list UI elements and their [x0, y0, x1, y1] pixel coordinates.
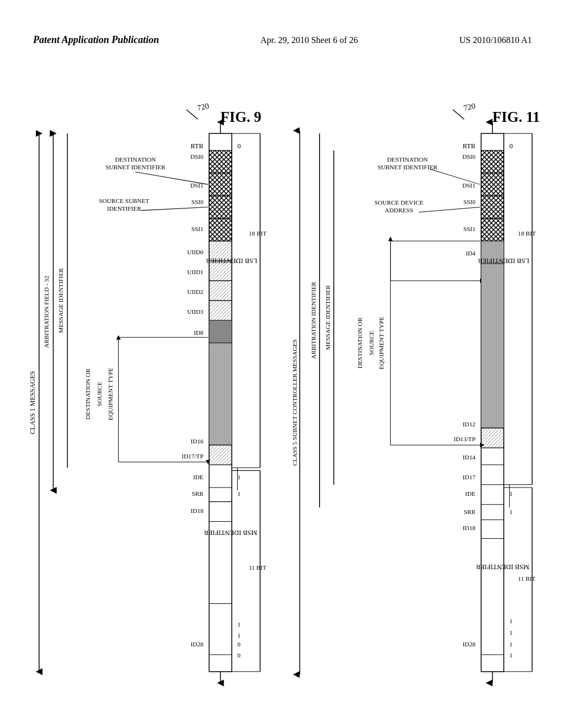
svg-rect-83: [481, 151, 504, 173]
svg-text:DESTINATION OR: DESTINATION OR: [84, 368, 91, 420]
svg-text:ID28: ID28: [191, 641, 204, 647]
svg-line-56: [135, 172, 207, 185]
svg-rect-104: [481, 428, 504, 448]
svg-rect-86: [481, 173, 504, 196]
svg-text:DSI1: DSI1: [462, 182, 475, 189]
svg-rect-7: [209, 173, 232, 196]
svg-rect-13: [209, 218, 232, 241]
svg-text:UIID1: UIID1: [187, 269, 203, 275]
fig9-message-id: MESSAGE IDENTIFIER: [57, 268, 64, 333]
svg-text:1: 1: [237, 632, 241, 639]
diagrams-container: 720 FIG. 9 RTR 0 DSI0 DSI1 SSI0 S: [22, 94, 543, 717]
svg-text:EQUIPMENT TYPE: EQUIPMENT TYPE: [107, 367, 114, 420]
svg-text:1: 1: [237, 621, 241, 628]
svg-text:UIID0: UIID0: [187, 249, 204, 255]
svg-text:DESTINATION: DESTINATION: [387, 156, 428, 163]
fig11-lsb: LSB IDENTIFIER: [477, 257, 529, 265]
svg-text:1: 1: [509, 652, 513, 659]
svg-text:11 BIT: 11 BIT: [249, 564, 266, 571]
svg-text:SRR: SRR: [463, 508, 476, 515]
svg-line-134: [419, 207, 480, 212]
svg-text:SOURCE SUBNET: SOURCE SUBNET: [99, 197, 149, 204]
page: Patent Application Publication Apr. 29, …: [0, 0, 565, 728]
svg-text:1: 1: [509, 508, 513, 515]
fig9-title: FIG. 9: [221, 109, 262, 125]
header: Patent Application Publication Apr. 29, …: [0, 33, 565, 47]
svg-text:SSI0: SSI0: [191, 199, 204, 205]
svg-text:ID4: ID4: [466, 250, 476, 256]
svg-rect-31: [209, 343, 232, 445]
svg-text:SSI1: SSI1: [463, 226, 475, 232]
svg-text:11 BIT: 11 BIT: [518, 575, 535, 582]
fig11-arbitration: ARBITRATION IDENTIFIER: [310, 281, 317, 359]
fig9-class1: CLASS 1 MESSAGES: [29, 371, 36, 434]
svg-rect-10: [209, 196, 232, 218]
svg-rect-22: [209, 281, 232, 301]
patent-number: US 2010/106810 A1: [459, 33, 532, 47]
svg-rect-4: [209, 151, 232, 173]
svg-text:ID13/TP: ID13/TP: [454, 436, 475, 442]
fig11-diagram: 720 FIG. 11 RTR 0 DSI0 DSI1 SSI0 SSI1: [294, 94, 555, 717]
svg-rect-25: [209, 301, 232, 320]
svg-text:DESTINATION OR: DESTINATION OR: [356, 317, 363, 368]
svg-line-78: [452, 110, 464, 119]
fig9-rtr: RTR: [190, 142, 204, 150]
svg-text:ID8: ID8: [194, 329, 204, 336]
svg-text:ID18: ID18: [462, 524, 476, 531]
svg-line-131: [430, 169, 479, 185]
svg-rect-92: [481, 218, 504, 241]
svg-text:ID16: ID16: [191, 438, 204, 445]
svg-rect-89: [481, 196, 504, 218]
svg-text:18 BIT: 18 BIT: [249, 230, 266, 237]
svg-rect-28: [209, 320, 232, 343]
svg-text:0: 0: [237, 641, 241, 647]
svg-text:SUBNET IDENTIFIER: SUBNET IDENTIFIER: [105, 164, 166, 170]
svg-text:SSI1: SSI1: [191, 226, 204, 232]
svg-text:RTR: RTR: [462, 142, 476, 150]
svg-line-0: [186, 110, 198, 119]
svg-text:SOURCE: SOURCE: [367, 331, 374, 356]
svg-text:IDE: IDE: [465, 490, 475, 497]
svg-text:SOURCE: SOURCE: [96, 382, 103, 406]
svg-text:1: 1: [237, 490, 241, 497]
svg-text:ID17: ID17: [462, 474, 476, 480]
svg-text:ID12: ID12: [462, 421, 476, 427]
fig9-msb: MSB IDENTIFIER: [204, 529, 258, 537]
svg-text:IDE: IDE: [193, 474, 204, 480]
svg-text:SSI0: SSI0: [463, 199, 475, 205]
fig9-ref: 720: [196, 101, 210, 113]
svg-text:18 BIT: 18 BIT: [518, 230, 535, 237]
svg-text:SRR: SRR: [191, 490, 204, 497]
svg-rect-101: [481, 264, 504, 428]
svg-text:ID28: ID28: [462, 641, 476, 647]
fig9-lsb: LSB IDENTIFIER: [205, 257, 257, 265]
fig11-message-id: MESSAGE IDENTIFIER: [324, 285, 331, 350]
svg-text:EQUIPMENT TYPE: EQUIPMENT TYPE: [378, 317, 385, 370]
svg-text:1: 1: [509, 641, 513, 647]
svg-line-59: [141, 207, 208, 210]
fig11-ref: 720: [462, 101, 476, 113]
svg-text:UIID3: UIID3: [187, 308, 204, 315]
svg-text:1: 1: [237, 474, 241, 480]
svg-text:1: 1: [509, 618, 513, 624]
svg-text:SUBNET IDENTIFIER: SUBNET IDENTIFIER: [377, 164, 438, 170]
fig11-msb: MSB IDENTIFIER: [475, 563, 529, 571]
svg-text:1: 1: [509, 490, 513, 497]
svg-text:DSI0: DSI0: [190, 153, 204, 160]
fig9-diagram: 720 FIG. 9 RTR 0 DSI0 DSI1 SSI0 S: [22, 94, 283, 717]
svg-text:ID17/TP: ID17/TP: [182, 453, 203, 459]
fig11-title: FIG. 11: [492, 109, 540, 125]
svg-text:IDENTIFIER: IDENTIFIER: [107, 205, 142, 212]
svg-text:0: 0: [237, 142, 241, 150]
svg-text:ADDRESS: ADDRESS: [385, 207, 413, 213]
svg-text:0: 0: [237, 652, 241, 659]
svg-text:DESTINATION: DESTINATION: [115, 156, 156, 163]
sheet-info: Apr. 29, 2010 Sheet 6 of 26: [260, 33, 358, 47]
svg-text:ID18: ID18: [191, 507, 204, 514]
svg-text:SOURCE DEVICE: SOURCE DEVICE: [374, 199, 423, 206]
svg-text:ID14: ID14: [462, 454, 476, 461]
svg-text:1: 1: [509, 629, 513, 636]
fig9-arbitration: ARBITRATION FIELD - 32: [43, 276, 50, 348]
svg-text:UIID2: UIID2: [187, 288, 204, 295]
svg-rect-34: [209, 445, 232, 465]
